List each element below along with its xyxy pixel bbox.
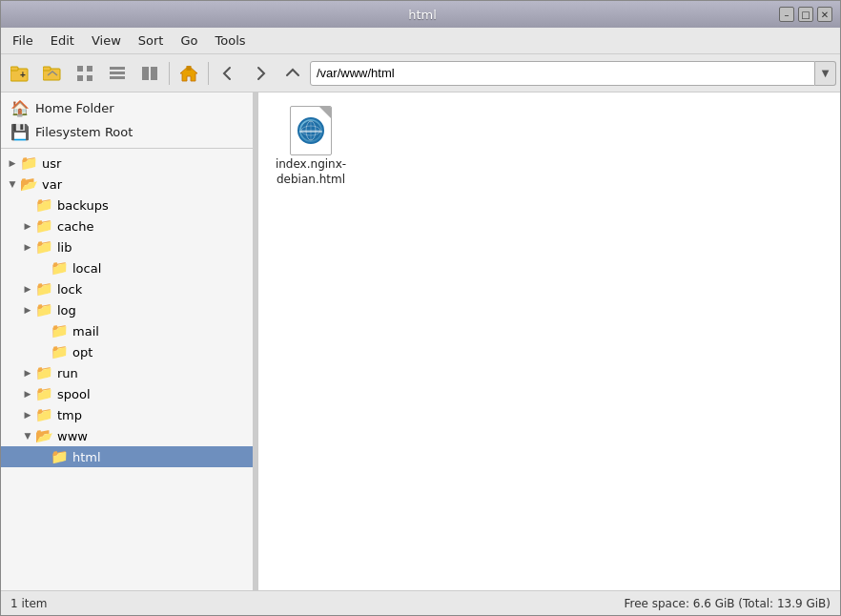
svg-rect-7 (77, 75, 83, 81)
tree-item-html[interactable]: 📁 html (1, 446, 253, 467)
tree-item-run[interactable]: ▶ 📁 run (1, 362, 253, 383)
new-folder-button[interactable]: + (5, 58, 35, 89)
compact-view-button[interactable] (134, 58, 165, 89)
svg-rect-9 (110, 67, 125, 70)
html-file-icon (290, 106, 332, 155)
icon-view-icon (76, 65, 93, 82)
folder-icon-var: 📂 (20, 175, 38, 193)
expand-spool[interactable]: ▶ (20, 386, 35, 401)
maximize-button[interactable]: □ (798, 7, 813, 22)
menu-view[interactable]: View (84, 31, 129, 51)
home-button[interactable] (174, 58, 204, 89)
svg-rect-11 (110, 76, 125, 79)
tree-label-run: run (57, 366, 78, 380)
statusbar-left: 1 item (10, 597, 48, 610)
window-title: html (66, 8, 779, 22)
bookmark-home[interactable]: 🏠 Home Folder (1, 96, 253, 120)
menubar: File Edit View Sort Go Tools (1, 28, 840, 54)
file-manager-window: html – □ ✕ File Edit View Sort Go Tools … (0, 0, 841, 616)
back-button[interactable] (213, 58, 243, 89)
tree-label-var: var (42, 177, 62, 192)
tree-item-spool[interactable]: ▶ 📁 spool (1, 383, 253, 404)
file-item-index-nginx[interactable]: index.nginx-debian.html (268, 102, 354, 193)
up-button[interactable] (277, 58, 308, 89)
folder-icon-lock: 📁 (35, 280, 53, 298)
file-area: index.nginx-debian.html (258, 92, 840, 590)
bookmark-filesystem[interactable]: 💾 Filesystem Root (1, 120, 253, 144)
tree-label-www: www (57, 429, 88, 443)
minimize-button[interactable]: – (779, 7, 794, 22)
folder-icon-backups: 📁 (35, 196, 53, 214)
home-icon (179, 64, 198, 83)
forward-button[interactable] (245, 58, 276, 89)
menu-sort[interactable]: Sort (131, 31, 172, 51)
address-input[interactable] (310, 61, 815, 86)
toolbar: + (1, 54, 840, 92)
address-bar: ▼ (310, 61, 836, 86)
tree-item-www[interactable]: ▼ 📂 www (1, 425, 253, 446)
expand-lock[interactable]: ▶ (20, 281, 35, 297)
tree-label-cache: cache (57, 219, 94, 234)
tree-label-opt: opt (72, 345, 92, 359)
expand-lib[interactable]: ▶ (20, 239, 35, 255)
svg-rect-12 (142, 67, 149, 80)
folder-icon-log: 📁 (35, 301, 53, 318)
expand-www[interactable]: ▼ (20, 428, 35, 443)
tree-item-tmp[interactable]: ▶ 📁 tmp (1, 404, 253, 425)
tree-item-lib[interactable]: ▶ 📁 lib (1, 236, 253, 257)
globe-svg (300, 120, 321, 141)
menu-file[interactable]: File (5, 31, 41, 51)
open-button[interactable] (37, 58, 68, 89)
tree-item-backups[interactable]: 📁 backups (1, 195, 253, 216)
new-folder-icon: + (10, 65, 30, 82)
toolbar-sep-1 (169, 62, 170, 85)
toolbar-sep-2 (208, 62, 209, 85)
expand-tmp[interactable]: ▶ (20, 407, 35, 422)
expand-var[interactable]: ▼ (5, 176, 20, 192)
forward-icon (253, 66, 268, 81)
folder-icon-mail: 📁 (51, 322, 69, 339)
window-controls: – □ ✕ (779, 7, 832, 22)
statusbar-right: Free space: 6.6 GiB (Total: 13.9 GiB) (624, 597, 831, 610)
expand-run[interactable]: ▶ (20, 365, 35, 380)
address-dropdown-button[interactable]: ▼ (815, 61, 836, 86)
tree-label-lib: lib (57, 240, 72, 255)
bookmark-filesystem-label: Filesystem Root (35, 125, 133, 139)
statusbar: 1 item Free space: 6.6 GiB (Total: 13.9 … (1, 590, 840, 615)
svg-rect-6 (87, 66, 92, 72)
tree-item-local[interactable]: 📁 local (1, 257, 253, 278)
close-button[interactable]: ✕ (817, 7, 832, 22)
folder-icon-cache: 📁 (35, 217, 53, 235)
svg-rect-10 (110, 72, 125, 74)
expand-cache[interactable]: ▶ (20, 218, 35, 234)
tree-item-mail[interactable]: 📁 mail (1, 320, 253, 341)
folder-icon-tmp: 📁 (35, 406, 53, 423)
tree-label-spool: spool (57, 387, 91, 401)
svg-rect-5 (77, 66, 83, 72)
tree-item-var[interactable]: ▼ 📂 var (1, 174, 253, 195)
tree-item-lock[interactable]: ▶ 📁 lock (1, 278, 253, 299)
open-icon (43, 65, 62, 82)
back-icon (220, 66, 236, 81)
home-bookmark-icon: 🏠 (10, 99, 30, 117)
list-view-button[interactable] (102, 58, 133, 89)
tree-label-backups: backups (57, 198, 109, 213)
file-name-label: index.nginx-debian.html (274, 157, 348, 187)
globe-icon (297, 117, 324, 144)
icon-view-button[interactable] (70, 58, 100, 89)
compact-view-icon (141, 65, 158, 82)
folder-icon-local: 📁 (51, 259, 69, 277)
sidebar: 🏠 Home Folder 💾 Filesystem Root ▶ 📁 usr (1, 92, 254, 590)
folder-icon-run: 📁 (35, 364, 53, 381)
expand-log[interactable]: ▶ (20, 302, 35, 318)
tree-label-usr: usr (42, 156, 61, 171)
expand-usr[interactable]: ▶ (5, 155, 20, 171)
menu-tools[interactable]: Tools (208, 31, 254, 51)
tree-item-cache[interactable]: ▶ 📁 cache (1, 216, 253, 236)
menu-go[interactable]: Go (173, 31, 205, 51)
bookmarks-section: 🏠 Home Folder 💾 Filesystem Root (1, 92, 253, 149)
tree-item-opt[interactable]: 📁 opt (1, 341, 253, 362)
menu-edit[interactable]: Edit (43, 31, 82, 51)
tree-item-usr[interactable]: ▶ 📁 usr (1, 153, 253, 174)
tree-item-log[interactable]: ▶ 📁 log (1, 299, 253, 320)
